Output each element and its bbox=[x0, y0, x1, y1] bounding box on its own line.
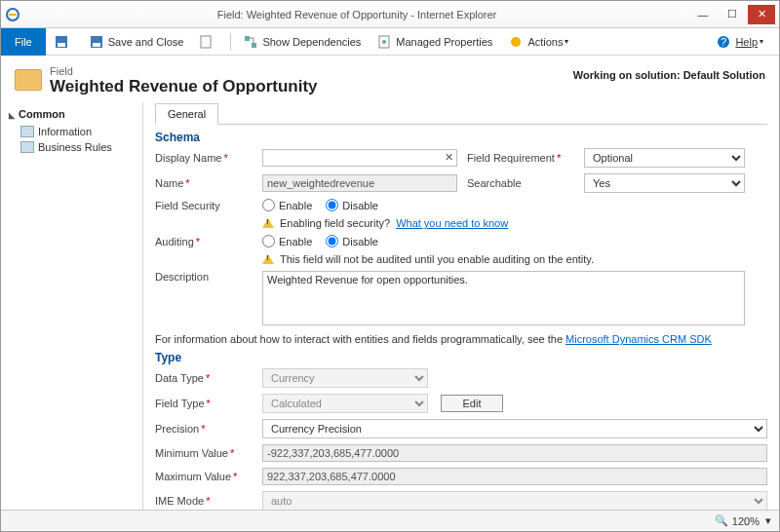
svg-point-9 bbox=[382, 40, 386, 44]
field-type-label: Field Type bbox=[155, 398, 253, 409]
section-schema: Schema bbox=[155, 131, 767, 144]
data-type-label: Data Type bbox=[155, 372, 253, 384]
name-label: Name bbox=[155, 177, 253, 189]
description-label: Description bbox=[155, 271, 253, 283]
section-type: Type bbox=[155, 351, 767, 364]
status-bar: 🔍 120% ▾ bbox=[1, 510, 779, 531]
field-requirement-select[interactable]: Optional bbox=[584, 148, 745, 168]
solution-context: Working on solution: Default Solution bbox=[573, 65, 765, 81]
zoom-icon: 🔍 bbox=[715, 514, 728, 527]
sidebar-nav: Common Information Business Rules bbox=[1, 102, 142, 517]
tab-strip: General bbox=[155, 102, 767, 125]
zoom-dropdown[interactable]: ▾ bbox=[765, 514, 771, 527]
save-and-close-button[interactable]: Save and Close bbox=[81, 28, 192, 56]
sdk-info: For information about how to interact wi… bbox=[155, 333, 745, 345]
max-value-input[interactable] bbox=[262, 468, 767, 485]
description-textarea[interactable]: Weighted Revenue for open opportunities. bbox=[262, 271, 745, 325]
maximize-button[interactable]: ☐ bbox=[719, 5, 746, 24]
managed-label: Managed Properties bbox=[396, 36, 492, 48]
rules-icon bbox=[20, 141, 34, 153]
searchable-label: Searchable bbox=[467, 177, 574, 189]
chevron-down-icon: ▾ bbox=[760, 37, 763, 46]
field-security-radio: Enable Disable bbox=[262, 199, 745, 211]
min-value-label: Minimum Value bbox=[155, 447, 253, 459]
actions-menu[interactable]: Actions▾ bbox=[500, 28, 576, 56]
display-name-wrap: ✕ bbox=[262, 149, 457, 167]
precision-label: Precision bbox=[155, 423, 253, 435]
actions-icon bbox=[508, 34, 524, 50]
security-warning: Enabling field security? What you need t… bbox=[262, 217, 745, 229]
folder-icon bbox=[15, 69, 42, 91]
file-menu[interactable]: File bbox=[1, 28, 46, 56]
warning-icon bbox=[262, 254, 274, 264]
min-value-input[interactable] bbox=[262, 444, 767, 462]
info-icon bbox=[20, 126, 34, 137]
minimize-button[interactable]: — bbox=[689, 5, 717, 24]
svg-rect-7 bbox=[252, 43, 256, 48]
separator bbox=[230, 33, 231, 51]
sdk-link[interactable]: Microsoft Dynamics CRM SDK bbox=[566, 333, 712, 345]
display-name-input[interactable] bbox=[262, 149, 457, 167]
field-security-label: Field Security bbox=[155, 200, 253, 211]
svg-point-10 bbox=[511, 37, 521, 47]
svg-text:?: ? bbox=[721, 36, 726, 48]
page-title: Weighted Revenue of Opportunity bbox=[50, 77, 318, 96]
managed-properties-button[interactable]: Managed Properties bbox=[369, 28, 500, 56]
searchable-select[interactable]: Yes bbox=[584, 173, 745, 193]
nav-rules-label: Business Rules bbox=[38, 141, 112, 153]
auditing-warning: This field will not be audited until you… bbox=[262, 253, 745, 265]
ime-mode-select[interactable]: auto bbox=[262, 491, 767, 511]
new-icon-button[interactable] bbox=[191, 28, 226, 56]
display-name-label: Display Name bbox=[155, 152, 253, 164]
help-label: Help bbox=[735, 36, 758, 48]
dependencies-icon bbox=[243, 34, 258, 50]
auditing-warning-text: This field will not be audited until you… bbox=[280, 253, 594, 265]
edit-button[interactable]: Edit bbox=[441, 395, 504, 412]
auditing-disable[interactable]: Disable bbox=[326, 235, 378, 247]
tab-general[interactable]: General bbox=[155, 103, 218, 125]
window-title: Field: Weighted Revenue of Opportunity -… bbox=[26, 9, 687, 20]
field-requirement-label: Field Requirement bbox=[467, 152, 574, 164]
auditing-radio: Enable Disable bbox=[262, 235, 745, 247]
nav-item-business-rules[interactable]: Business Rules bbox=[9, 139, 135, 155]
auditing-enable[interactable]: Enable bbox=[262, 235, 312, 247]
max-value-label: Maximum Value bbox=[155, 471, 253, 482]
security-warning-text: Enabling field security? bbox=[280, 217, 390, 229]
page-header: Field Weighted Revenue of Opportunity Wo… bbox=[1, 56, 779, 102]
ie-icon bbox=[5, 7, 20, 22]
precision-select[interactable]: Currency Precision bbox=[262, 419, 767, 438]
new-icon bbox=[199, 34, 214, 50]
save-icon bbox=[54, 34, 69, 50]
close-button[interactable]: ✕ bbox=[748, 5, 775, 24]
svg-rect-5 bbox=[201, 36, 211, 48]
nav-item-information[interactable]: Information bbox=[9, 124, 135, 139]
field-security-disable[interactable]: Disable bbox=[326, 199, 378, 211]
help-button[interactable]: ?Help▾ bbox=[708, 28, 771, 56]
save-close-label: Save and Close bbox=[108, 36, 184, 48]
save-close-icon bbox=[89, 34, 104, 50]
save-icon-button[interactable] bbox=[46, 28, 81, 56]
ime-mode-label: IME Mode bbox=[155, 495, 253, 507]
svg-rect-4 bbox=[93, 43, 100, 47]
security-learn-link[interactable]: What you need to know bbox=[396, 217, 508, 229]
ribbon-toolbar: File Save and Close Show Dependencies Ma… bbox=[1, 28, 779, 56]
nav-info-label: Information bbox=[38, 126, 92, 137]
name-input[interactable] bbox=[262, 174, 457, 192]
sdk-text: For information about how to interact wi… bbox=[155, 333, 566, 345]
chevron-down-icon: ▾ bbox=[565, 37, 568, 46]
auditing-label: Auditing bbox=[155, 236, 253, 247]
show-deps-label: Show Dependencies bbox=[262, 36, 361, 48]
nav-group-common[interactable]: Common bbox=[9, 108, 135, 120]
data-type-select[interactable]: Currency bbox=[262, 368, 428, 388]
field-security-enable[interactable]: Enable bbox=[262, 199, 312, 211]
content-pane: General Schema Display Name ✕ Field Requ… bbox=[142, 102, 779, 517]
warning-icon bbox=[262, 218, 274, 228]
clear-icon[interactable]: ✕ bbox=[445, 151, 453, 164]
svg-rect-2 bbox=[58, 43, 65, 47]
actions-label: Actions bbox=[527, 36, 563, 48]
window-titlebar: Field: Weighted Revenue of Opportunity -… bbox=[1, 1, 779, 28]
entity-label: Field bbox=[50, 65, 318, 77]
field-type-select[interactable]: Calculated bbox=[262, 394, 428, 413]
show-dependencies-button[interactable]: Show Dependencies bbox=[235, 28, 369, 56]
managed-icon bbox=[376, 34, 392, 50]
